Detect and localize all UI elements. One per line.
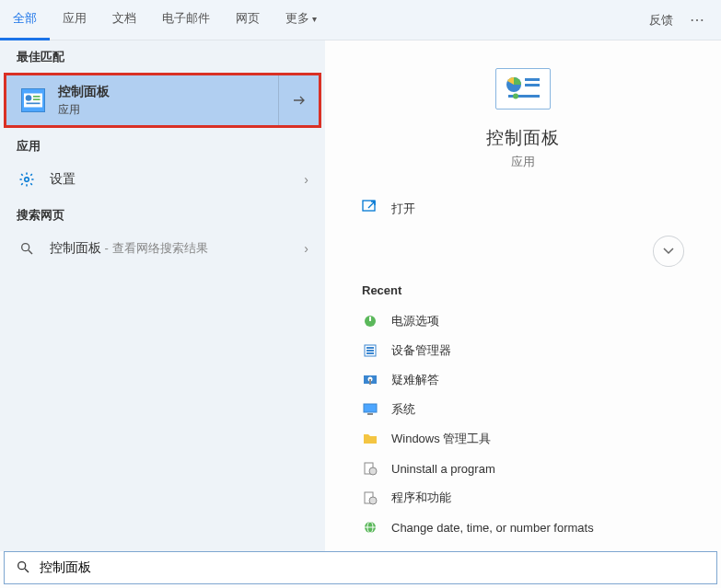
svg-rect-23 — [364, 404, 377, 412]
svg-point-6 — [22, 244, 29, 251]
recent-item[interactable]: 疑难解答 — [362, 365, 684, 395]
svg-point-12 — [513, 93, 518, 98]
best-match-text: 控制面板 应用 — [58, 84, 278, 118]
globe-icon — [362, 519, 378, 536]
detail-subtitle: 应用 — [511, 154, 535, 170]
recent-item-label: 程序和功能 — [391, 490, 451, 506]
gear-icon — [17, 171, 37, 188]
expand-circle-icon[interactable] — [653, 236, 684, 267]
tab-more[interactable]: 更多 — [273, 0, 330, 40]
recent-item-label: Uninstall a program — [391, 462, 495, 476]
search-input[interactable] — [40, 560, 716, 575]
section-search-web: 搜索网页 — [0, 199, 325, 229]
svg-rect-18 — [366, 350, 374, 352]
troubleshoot-icon — [362, 372, 378, 388]
recent-item[interactable]: Windows 管理工具 — [362, 424, 684, 454]
svg-rect-22 — [369, 379, 371, 385]
feedback-link[interactable]: 反馈 — [649, 12, 673, 29]
recent-item-label: 设备管理器 — [391, 342, 451, 359]
svg-rect-24 — [367, 413, 373, 415]
tab-apps[interactable]: 应用 — [50, 0, 99, 40]
best-match-expand-icon[interactable] — [278, 75, 319, 125]
result-settings[interactable]: 设置 › — [0, 160, 325, 199]
tab-all[interactable]: 全部 — [0, 0, 50, 40]
topbar-right: 反馈 ⋯ — [649, 11, 721, 29]
recent-header: Recent — [362, 283, 684, 297]
top-bar: 全部 应用 文档 电子邮件 网页 更多 反馈 ⋯ — [0, 0, 721, 40]
svg-rect-3 — [33, 98, 41, 100]
chevron-right-icon: › — [304, 172, 308, 187]
recent-item[interactable]: 电源选项 — [362, 306, 684, 336]
result-web-search[interactable]: 控制面板 - 查看网络搜索结果 › — [0, 229, 325, 268]
filter-tabs: 全部 应用 文档 电子邮件 网页 更多 — [0, 0, 330, 40]
open-row: 打开 — [343, 194, 703, 223]
recent-item-label: 疑难解答 — [391, 372, 439, 388]
device-icon — [362, 342, 378, 359]
search-icon — [16, 559, 30, 577]
programs-icon — [362, 490, 378, 506]
recent-item-label: Change date, time, or number formats — [391, 521, 594, 535]
more-menu-icon[interactable]: ⋯ — [690, 11, 704, 29]
detail-panel: 控制面板 应用 打开 Recent 电源选项设备管理器疑难解答系统Windows… — [325, 40, 721, 551]
svg-rect-17 — [366, 347, 374, 349]
results-panel: 最佳匹配 控制面板 应用 应用 设置 › 搜索网页 — [0, 40, 325, 551]
result-web-label: 控制面板 - 查看网络搜索结果 — [50, 240, 304, 257]
recent-item-label: Windows 管理工具 — [391, 431, 491, 447]
search-bar[interactable] — [4, 551, 717, 584]
chevron-right-icon: › — [304, 241, 308, 256]
section-apps: 应用 — [0, 130, 325, 160]
result-settings-label: 设置 — [50, 171, 304, 188]
svg-point-32 — [18, 561, 26, 569]
recent-item-label: 电源选项 — [391, 313, 439, 329]
recent-item[interactable]: 系统 — [362, 395, 684, 424]
svg-rect-4 — [27, 103, 41, 105]
svg-rect-19 — [366, 352, 374, 354]
best-match-subtitle: 应用 — [58, 102, 278, 118]
svg-point-5 — [25, 178, 29, 182]
open-icon — [362, 200, 378, 217]
power-icon — [362, 313, 378, 329]
svg-line-33 — [25, 569, 29, 572]
open-label: 打开 — [391, 201, 415, 217]
svg-rect-9 — [525, 78, 540, 81]
recent-item-label: 系统 — [391, 401, 415, 418]
recent-item[interactable]: 设备管理器 — [362, 336, 684, 365]
section-best-match: 最佳匹配 — [0, 40, 325, 71]
svg-rect-10 — [525, 84, 540, 86]
tab-email[interactable]: 电子邮件 — [149, 0, 223, 40]
svg-point-28 — [369, 497, 377, 504]
recent-item[interactable]: Change date, time, or number formats — [362, 513, 684, 542]
recent-block: Recent 电源选项设备管理器疑难解答系统Windows 管理工具Uninst… — [343, 283, 703, 542]
programs-icon — [362, 460, 378, 477]
system-icon — [362, 401, 378, 418]
detail-title: 控制面板 — [486, 126, 560, 150]
best-match-title: 控制面板 — [58, 84, 278, 100]
search-icon — [17, 241, 37, 256]
svg-rect-2 — [33, 96, 41, 98]
main-area: 最佳匹配 控制面板 应用 应用 设置 › 搜索网页 — [0, 40, 721, 551]
tab-web[interactable]: 网页 — [223, 0, 273, 40]
recent-item[interactable]: Uninstall a program — [362, 454, 684, 483]
svg-point-1 — [26, 95, 32, 101]
svg-rect-15 — [369, 317, 371, 321]
folder-icon — [362, 431, 378, 447]
tab-docs[interactable]: 文档 — [99, 0, 149, 40]
svg-line-7 — [29, 250, 32, 254]
best-match-control-panel[interactable]: 控制面板 应用 — [4, 73, 321, 128]
control-panel-icon — [21, 88, 45, 112]
detail-icon — [495, 68, 551, 110]
open-action[interactable]: 打开 — [362, 200, 415, 217]
recent-item[interactable]: 程序和功能 — [362, 483, 684, 513]
svg-point-26 — [369, 467, 377, 475]
